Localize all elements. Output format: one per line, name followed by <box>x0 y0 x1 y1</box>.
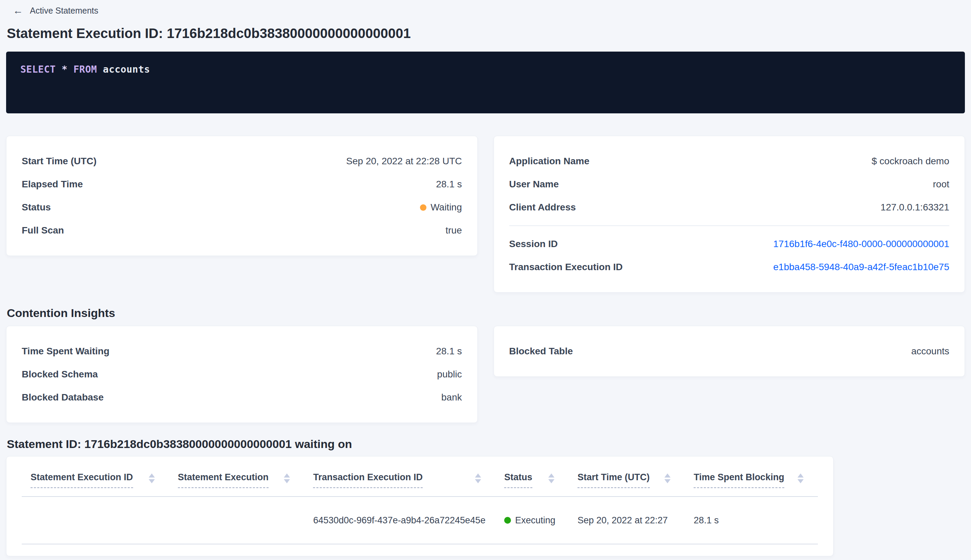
cell-statement-execution <box>169 497 305 544</box>
column-label: Statement Execution ID <box>30 472 133 488</box>
column-header-transaction-execution-id[interactable]: Transaction Execution ID <box>304 457 496 497</box>
blocked-schema-value: public <box>437 369 462 380</box>
statement-execution-page: ← Active Statements Statement Execution … <box>0 0 971 560</box>
status-value: Waiting <box>420 202 462 213</box>
full-scan-value: true <box>445 225 462 236</box>
start-time-row: Start Time (UTC) Sep 20, 2022 at 22:28 U… <box>22 150 462 173</box>
full-scan-row: Full Scan true <box>22 219 462 242</box>
sort-icon <box>149 473 155 483</box>
blocked-database-label: Blocked Database <box>22 392 103 403</box>
blocked-schema-row: Blocked Schema public <box>22 363 462 386</box>
sql-keyword-from: FROM <box>73 64 97 75</box>
contention-insights-heading: Contention Insights <box>7 306 965 320</box>
sql-table-name: accounts <box>103 64 150 75</box>
column-label: Transaction Execution ID <box>313 472 423 488</box>
blocked-table-card: Blocked Table accounts <box>494 326 965 377</box>
page-title: Statement Execution ID: 1716b218dc0b3838… <box>7 25 965 42</box>
breadcrumb-active-statements[interactable]: ← Active Statements <box>13 5 965 16</box>
cell-statement-execution-id <box>22 497 169 544</box>
user-name-row: User Name root <box>509 173 949 196</box>
sql-star-operator: * <box>62 64 68 75</box>
cell-status: Executing <box>496 497 569 544</box>
table-header-row: Statement Execution ID Statement Executi… <box>22 457 818 497</box>
user-name-value: root <box>933 179 949 190</box>
card-divider <box>509 225 949 226</box>
waiting-status-dot-icon <box>420 204 426 211</box>
cell-start-time: Sep 20, 2022 at 22:27 <box>569 497 685 544</box>
column-header-statement-execution-id[interactable]: Statement Execution ID <box>22 457 169 497</box>
full-scan-label: Full Scan <box>22 225 64 236</box>
session-id-link[interactable]: 1716b1f6-4e0c-f480-0000-000000000001 <box>773 238 949 250</box>
sort-icon <box>797 473 804 483</box>
blocked-table-value: accounts <box>911 346 949 357</box>
client-address-label: Client Address <box>509 202 576 213</box>
contention-cards-row: Time Spent Waiting 28.1 s Blocked Schema… <box>6 326 965 423</box>
column-label: Start Time (UTC) <box>577 472 650 488</box>
time-spent-waiting-row: Time Spent Waiting 28.1 s <box>22 340 462 363</box>
blocked-table-row: Blocked Table accounts <box>509 340 949 363</box>
sort-icon <box>475 473 481 483</box>
details-cards-row: Start Time (UTC) Sep 20, 2022 at 22:28 U… <box>6 136 965 293</box>
sort-icon <box>548 473 554 483</box>
session-id-row: Session ID 1716b1f6-4e0c-f480-0000-00000… <box>509 232 949 255</box>
sql-keyword-select: SELECT <box>20 64 56 75</box>
start-time-label: Start Time (UTC) <box>22 156 97 167</box>
waiting-on-heading: Statement ID: 1716b218dc0b38380000000000… <box>7 437 965 451</box>
status-label: Status <box>22 202 51 213</box>
column-header-time-spent-blocking[interactable]: Time Spent Blocking <box>685 457 818 497</box>
status-row: Status Waiting <box>22 196 462 219</box>
elapsed-time-row: Elapsed Time 28.1 s <box>22 173 462 196</box>
cell-transaction-execution-id: 64530d0c-969f-437e-a9b4-26a72245e45e <box>304 497 496 544</box>
contention-details-card: Time Spent Waiting 28.1 s Blocked Schema… <box>6 326 478 423</box>
sql-statement-box: SELECT * FROM accounts <box>6 52 965 113</box>
waiting-statements-table-card: Statement Execution ID Statement Executi… <box>6 456 834 556</box>
blocked-table-label: Blocked Table <box>509 346 573 357</box>
table-row: 64530d0c-969f-437e-a9b4-26a72245e45e Exe… <box>22 497 818 544</box>
time-spent-waiting-value: 28.1 s <box>436 346 462 357</box>
column-label: Status <box>504 472 532 488</box>
back-arrow-icon: ← <box>13 5 23 16</box>
elapsed-time-label: Elapsed Time <box>22 179 83 190</box>
session-id-label: Session ID <box>509 238 558 250</box>
column-header-status[interactable]: Status <box>496 457 569 497</box>
status-text: Waiting <box>430 202 462 213</box>
sort-icon <box>284 473 290 483</box>
transaction-execution-id-label: Transaction Execution ID <box>509 262 623 273</box>
transaction-execution-id-link[interactable]: e1bba458-5948-40a9-a42f-5feac1b10e75 <box>773 262 949 273</box>
blocked-database-row: Blocked Database bank <box>22 386 462 409</box>
column-label: Time Spent Blocking <box>694 472 784 488</box>
execution-details-card: Start Time (UTC) Sep 20, 2022 at 22:28 U… <box>6 136 478 256</box>
blocked-schema-label: Blocked Schema <box>22 369 98 380</box>
session-details-card: Application Name $ cockroach demo User N… <box>494 136 965 293</box>
application-name-row: Application Name $ cockroach demo <box>509 150 949 173</box>
client-address-row: Client Address 127.0.0.1:63321 <box>509 196 949 219</box>
column-label: Statement Execution <box>178 472 269 488</box>
application-name-label: Application Name <box>509 156 589 167</box>
transaction-execution-id-row: Transaction Execution ID e1bba458-5948-4… <box>509 255 949 278</box>
executing-status-text: Executing <box>515 515 556 526</box>
cell-time-spent-blocking: 28.1 s <box>685 497 818 544</box>
start-time-value: Sep 20, 2022 at 22:28 UTC <box>346 156 462 167</box>
user-name-label: User Name <box>509 179 559 190</box>
time-spent-waiting-label: Time Spent Waiting <box>22 346 109 357</box>
breadcrumb-label: Active Statements <box>30 6 98 16</box>
executing-status-dot-icon <box>504 517 511 524</box>
blocked-database-value: bank <box>441 392 462 403</box>
column-header-start-time[interactable]: Start Time (UTC) <box>569 457 685 497</box>
column-header-statement-execution[interactable]: Statement Execution <box>169 457 305 497</box>
waiting-statements-table: Statement Execution ID Statement Executi… <box>22 457 818 544</box>
application-name-value: $ cockroach demo <box>871 156 949 167</box>
sort-icon <box>664 473 671 483</box>
client-address-value: 127.0.0.1:63321 <box>881 202 949 213</box>
elapsed-time-value: 28.1 s <box>436 179 462 190</box>
